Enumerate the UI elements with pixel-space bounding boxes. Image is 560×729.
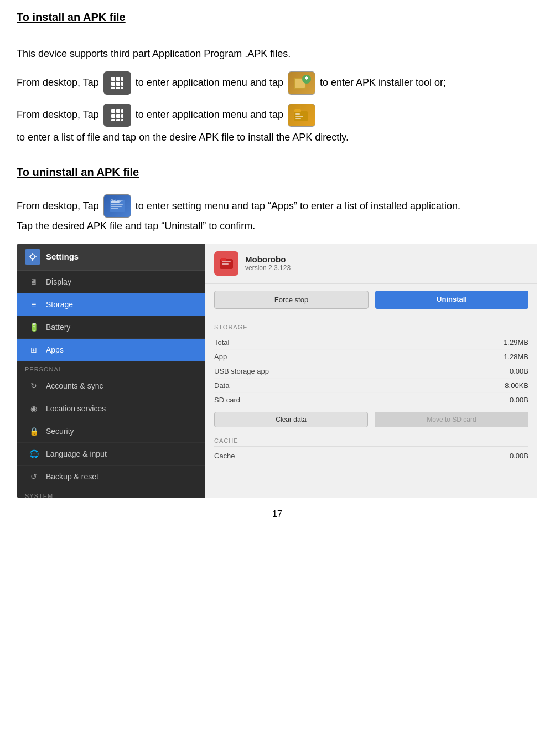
cache-label: Cache: [214, 452, 235, 460]
text-between-1: to enter application menu and tap: [136, 74, 283, 91]
total-label: Total: [214, 338, 229, 347]
sidebar-item-security[interactable]: 🔒 Security: [17, 420, 205, 443]
cache-row: Cache 0.00B: [214, 449, 528, 463]
paragraph-from-desktop-1: From desktop, Tap to enter application m…: [17, 71, 538, 95]
sidebar-label-language: Language & input: [46, 449, 107, 458]
sidebar-label-apps: Apps: [46, 345, 64, 354]
security-icon: 🔒: [28, 426, 39, 437]
svg-rect-17: [111, 114, 115, 118]
sidebar-label-location: Location services: [46, 404, 106, 413]
sidebar-item-location[interactable]: ◉ Location services: [17, 397, 205, 420]
text-from-desktop-2: From desktop, Tap: [17, 106, 99, 123]
personal-section-label: PERSONAL: [17, 361, 205, 375]
sidebar-label-display: Display: [46, 277, 71, 286]
cache-section-title: CACHE: [214, 434, 528, 447]
svg-rect-30: [111, 204, 123, 205]
sidebar-item-backup[interactable]: ↺ Backup & reset: [17, 466, 205, 488]
text-between-2: to enter application menu and tap: [136, 106, 283, 123]
app-detail-panel: Moborobo version 2.3.123 Force stop Unin…: [205, 244, 537, 498]
storage-row-data: Data 8.00KB: [214, 379, 528, 393]
sidebar-header-title: Settings: [46, 252, 79, 261]
svg-rect-15: [116, 109, 120, 113]
grid-menu-icon-1: [103, 71, 131, 95]
svg-rect-7: [116, 87, 120, 89]
page-number: 17: [17, 509, 538, 519]
app-install-icon: [288, 71, 315, 95]
sdcard-value: 0.00B: [510, 396, 528, 404]
app-name: Moborobo: [245, 255, 291, 264]
storage-section: STORAGE Total 1.29MB App 1.28MB USB stor…: [205, 316, 537, 432]
svg-rect-18: [116, 114, 120, 118]
storage-row-usb: USB storage app 0.00B: [214, 364, 528, 379]
file-manager-icon: [288, 104, 315, 127]
accounts-icon: ↻: [28, 380, 39, 391]
action-buttons: Force stop Uninstall: [205, 284, 537, 316]
svg-rect-3: [111, 82, 115, 86]
svg-rect-19: [121, 114, 123, 118]
sidebar-label-accounts: Accounts & sync: [46, 381, 103, 390]
sidebar-label-security: Security: [46, 427, 74, 436]
svg-rect-13: [306, 76, 307, 80]
clear-data-button[interactable]: Clear data: [214, 412, 368, 427]
svg-rect-24: [294, 109, 301, 112]
app-icon: [214, 251, 238, 276]
text-after-3: Tap the desired APK file and tap “Uninst…: [17, 220, 255, 231]
svg-rect-27: [295, 118, 301, 119]
app-value: 1.28MB: [504, 353, 528, 361]
cache-value: 0.00B: [510, 452, 528, 460]
svg-rect-40: [221, 258, 226, 261]
sdcard-label: SD card: [214, 396, 240, 404]
app-header: Moborobo version 2.3.123: [205, 244, 537, 284]
force-stop-button[interactable]: Force stop: [214, 291, 369, 309]
sidebar-item-storage[interactable]: ≡ Storage: [17, 293, 205, 316]
sidebar-item-display[interactable]: 🖥 Display: [17, 271, 205, 293]
storage-row-sdcard: SD card 0.00B: [214, 393, 528, 407]
backup-icon: ↺: [28, 471, 39, 482]
svg-text:Settings: Settings: [111, 199, 123, 202]
settings-app-icon: Settings: [103, 194, 131, 218]
svg-point-34: [30, 255, 35, 259]
svg-rect-32: [111, 208, 118, 209]
app-version: version 2.3.123: [245, 264, 291, 272]
data-label: Data: [214, 381, 229, 390]
svg-rect-8: [121, 87, 123, 89]
sidebar-label-backup: Backup & reset: [46, 472, 98, 481]
paragraph-device-supports: This device supports third part Applicat…: [17, 45, 538, 63]
storage-section-title: STORAGE: [214, 320, 528, 333]
sidebar-label-storage: Storage: [46, 300, 73, 309]
grid-menu-icon-2: [103, 104, 131, 127]
text-between-3: to enter setting menu and tap “Apps” to …: [136, 198, 460, 215]
sidebar-item-battery[interactable]: 🔋 Battery: [17, 316, 205, 339]
svg-rect-22: [121, 119, 123, 121]
uninstall-button[interactable]: Uninstall: [375, 291, 528, 309]
svg-rect-14: [111, 109, 115, 113]
text-from-desktop-3: From desktop, Tap: [17, 198, 99, 215]
location-icon: ◉: [28, 403, 39, 414]
sidebar-item-apps[interactable]: ⊞ Apps: [17, 339, 205, 361]
sidebar-header: Settings: [17, 244, 205, 271]
heading-install-apk: To install an APK file: [17, 11, 538, 24]
text-after-1: to enter APK installer tool or;: [320, 74, 446, 91]
svg-rect-2: [121, 77, 123, 81]
display-icon: 🖥: [28, 276, 39, 287]
svg-rect-31: [111, 206, 122, 207]
text-from-desktop-1: From desktop, Tap: [17, 74, 99, 91]
apps-icon: ⊞: [28, 344, 39, 355]
settings-header-icon: [25, 249, 40, 265]
storage-row-app: App 1.28MB: [214, 350, 528, 364]
svg-rect-4: [116, 82, 120, 86]
storage-icon: ≡: [28, 299, 39, 310]
usb-label: USB storage app: [214, 367, 269, 375]
svg-rect-0: [111, 77, 115, 81]
total-value: 1.29MB: [504, 338, 528, 347]
svg-rect-16: [121, 109, 123, 113]
android-screenshot: Settings 🖥 Display ≡ Storage 🔋 Battery ⊞…: [17, 244, 537, 498]
data-value: 8.00KB: [505, 381, 528, 390]
sidebar-label-battery: Battery: [46, 323, 70, 332]
svg-rect-41: [222, 261, 231, 262]
paragraph-from-desktop-3: From desktop, Tap Settings to enter sett…: [17, 194, 538, 235]
sidebar-item-accounts[interactable]: ↻ Accounts & sync: [17, 375, 205, 397]
svg-rect-42: [222, 263, 229, 265]
sidebar-item-language[interactable]: 🌐 Language & input: [17, 443, 205, 466]
svg-rect-5: [121, 82, 123, 86]
